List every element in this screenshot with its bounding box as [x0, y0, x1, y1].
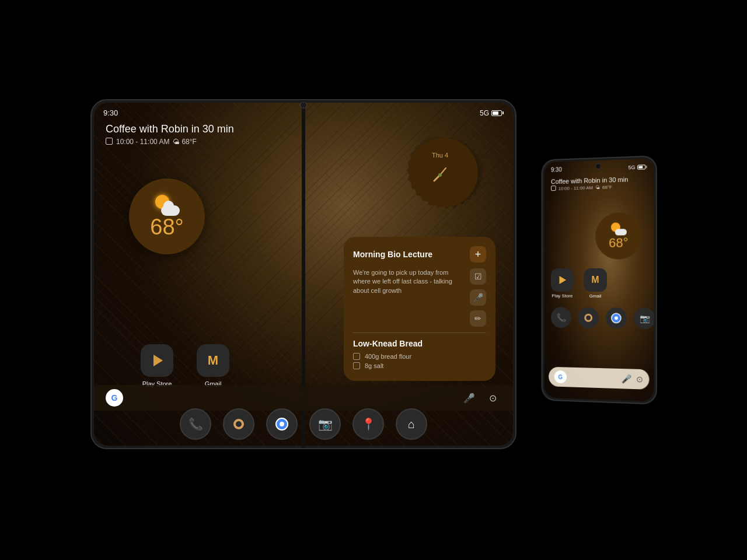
search-icons-tall: 🎤 ⊙ [622, 374, 643, 384]
task-item-1: 400g bread flour [353, 353, 486, 360]
mic-button-tall[interactable]: 🎤 [622, 374, 631, 384]
dock-phone[interactable]: 📞 [180, 408, 211, 440]
task-item-2: 8g salt [353, 362, 486, 369]
dock-camera[interactable]: 📷 [309, 408, 341, 440]
weather-widget-fold: 68° [129, 178, 205, 254]
search-bar-tall[interactable]: G 🎤 ⊙ [549, 367, 649, 390]
mic-button-fold[interactable]: 🎤 [460, 389, 478, 407]
task-divider [353, 332, 486, 333]
sun-emoji-tall: 🌤 [595, 185, 600, 190]
play-store-icon-tall [551, 268, 574, 292]
battery-icon-fold [491, 110, 504, 116]
weather-temp-fold: 68° [150, 216, 183, 238]
fold-screen: 9:30 5G Coffee with Robin in 30 min [94, 103, 513, 446]
task-add-button[interactable]: + [470, 246, 486, 262]
lens-button-fold[interactable]: ⊙ [484, 389, 501, 407]
dock-camera-tall[interactable]: 📷 [634, 308, 654, 330]
network-icon-fold: 5G [480, 109, 489, 117]
sun-emoji: 🌤 [173, 138, 180, 146]
calendar-temp-fold: 68°F [181, 138, 196, 146]
calendar-widget-fold: Coffee with Robin in 30 min 10:00 - 11:0… [106, 123, 234, 146]
play-store-label-tall: Play Store [551, 293, 573, 299]
sun-cloud-small [610, 222, 627, 236]
cloud-small [615, 229, 627, 235]
task-checkbox-2[interactable] [353, 362, 360, 369]
battery-fill [493, 111, 498, 115]
dock-messages[interactable] [223, 408, 254, 440]
cloud-part [161, 205, 180, 216]
svg-marker-9 [559, 276, 566, 284]
svg-marker-4 [153, 355, 163, 366]
status-bar-fold: 9:30 5G [103, 108, 504, 117]
calendar-icon [106, 138, 113, 145]
battery-fill-tall [638, 166, 643, 168]
bottom-row-tall: 📞 📷 [551, 307, 654, 329]
fold-phone: 9:30 5G Coffee with Robin in 30 min [90, 99, 516, 461]
calendar-sub-fold: 10:00 - 11:00 AM 🌤 68°F [106, 138, 234, 146]
status-icons-tall: 5G [628, 164, 647, 170]
dock-maps[interactable]: 📍 [352, 408, 384, 440]
task-action-icons: ☑ 🎤 ✏ [470, 268, 486, 327]
sun-cloud-icon [154, 195, 180, 216]
calendar-title-fold: Coffee with Robin in 30 min [106, 123, 234, 135]
status-icons-fold: 5G [480, 109, 504, 117]
tall-phone: 9:30 5G Coffee with Robin in 30 min [540, 158, 657, 402]
dock-fold: 📞 📷 📍 ⌂ [180, 408, 427, 440]
calendar-time-fold: 10:00 - 11:00 AM [116, 138, 169, 146]
dock-phone-tall[interactable]: 📞 [551, 307, 571, 328]
apps-row-fold: Play Store M Gmail [141, 344, 229, 387]
svg-point-8 [280, 422, 284, 426]
apps-row-tall: Play Store M Gmail [551, 268, 607, 299]
app-play-store[interactable]: Play Store [141, 344, 173, 387]
battery-body [491, 110, 502, 116]
search-bar-fold[interactable]: G 🎤 ⊙ [94, 385, 513, 411]
task-title-2: Low-Knead Bread [353, 339, 486, 348]
calendar-temp-tall: 68°F [602, 184, 612, 190]
tall-outer-shell: 9:30 5G Coffee with Robin in 30 min [542, 155, 657, 404]
task-header: Morning Bio Lecture + [353, 246, 486, 262]
clock-day: Thu 4 [424, 152, 456, 159]
weather-temp-tall: 68° [609, 236, 628, 250]
task-title-1: Morning Bio Lecture [353, 250, 432, 259]
battery-tip-tall [646, 166, 647, 168]
scene: 9:30 5G Coffee with Robin in 30 min [90, 99, 657, 461]
app-gmail-tall[interactable]: M Gmail [584, 268, 607, 299]
status-time-fold: 9:30 [103, 108, 118, 117]
dock-chrome[interactable] [266, 408, 298, 440]
google-logo-fold: G [106, 389, 123, 407]
dock-msg-tall[interactable] [578, 307, 599, 328]
gmail-label-tall: Gmail [589, 293, 602, 299]
weather-widget-tall: 68° [595, 212, 642, 260]
battery-tip [502, 111, 504, 114]
status-time-tall: 9:30 [551, 166, 562, 173]
clock-inner: Thu 4 [424, 152, 462, 194]
battery-body-tall [637, 164, 645, 170]
svg-point-6 [236, 421, 242, 427]
battery-icon-tall [637, 164, 647, 170]
fold-outer-shell: 9:30 5G Coffee with Robin in 30 min [90, 99, 516, 449]
gmail-icon-tall: M [584, 268, 607, 292]
dock-chrome-tall[interactable] [606, 307, 627, 329]
play-store-icon [141, 344, 173, 377]
fold-camera-dot [300, 102, 307, 108]
calendar-icon-tall [551, 186, 556, 191]
task-desc: We're going to pick up today from where … [353, 268, 465, 321]
network-icon-tall: 5G [628, 164, 635, 170]
svg-point-3 [438, 173, 442, 177]
dock-home[interactable]: ⌂ [396, 408, 427, 440]
gmail-icon: M [197, 344, 229, 377]
clock-svg [424, 159, 456, 191]
calendar-widget-tall: Coffee with Robin in 30 min 10:00 - 11:0… [551, 176, 628, 191]
app-gmail[interactable]: M Gmail [197, 344, 229, 387]
calendar-time-tall: 10:00 - 11:00 AM [558, 185, 594, 191]
google-logo-tall: G [554, 370, 567, 383]
app-play-store-tall[interactable]: Play Store [551, 268, 574, 299]
lens-button-tall[interactable]: ⊙ [636, 374, 643, 384]
task-mic-button[interactable]: 🎤 [470, 289, 486, 306]
task-checkbox-1[interactable] [353, 353, 360, 360]
task-edit-button[interactable]: ✏ [470, 310, 486, 327]
weather-mini-fold: 🌤 68°F [173, 138, 196, 146]
task-body: We're going to pick up today from where … [353, 268, 486, 327]
tall-screen: 9:30 5G Coffee with Robin in 30 min [544, 159, 654, 402]
task-check-button[interactable]: ☑ [470, 268, 486, 285]
